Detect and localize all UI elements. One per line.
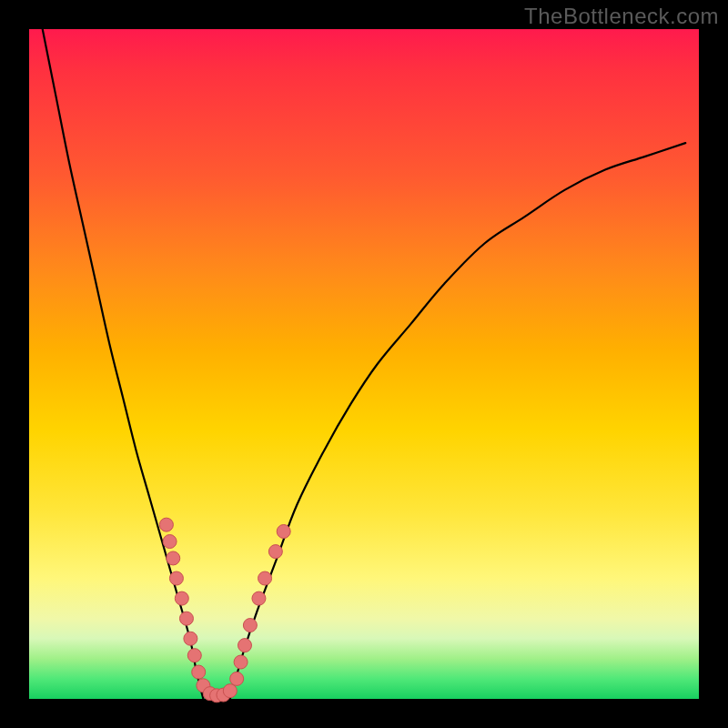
- plot-area: [29, 29, 699, 699]
- right-marker: [258, 571, 272, 585]
- right-marker: [268, 545, 282, 559]
- right-marker: [243, 619, 257, 632]
- left-marker: [192, 665, 206, 679]
- left-marker: [159, 518, 173, 531]
- right-marker: [230, 672, 244, 685]
- left-marker: [167, 551, 180, 565]
- right-marker: [234, 655, 248, 669]
- bottom-marker: [223, 684, 237, 698]
- left-marker: [163, 535, 177, 549]
- chart-outer: TheBottleneck.com: [0, 0, 728, 728]
- left-marker: [184, 632, 197, 645]
- curve-right-branch: [230, 143, 685, 699]
- right-marker: [252, 592, 266, 605]
- left-marker: [187, 649, 201, 662]
- left-marker: [175, 592, 188, 605]
- left-marker: [169, 571, 183, 585]
- watermark-text: TheBottleneck.com: [524, 4, 719, 29]
- right-marker: [238, 639, 251, 652]
- left-marker: [179, 612, 193, 625]
- right-marker: [277, 525, 290, 539]
- curve-layer: [29, 29, 699, 699]
